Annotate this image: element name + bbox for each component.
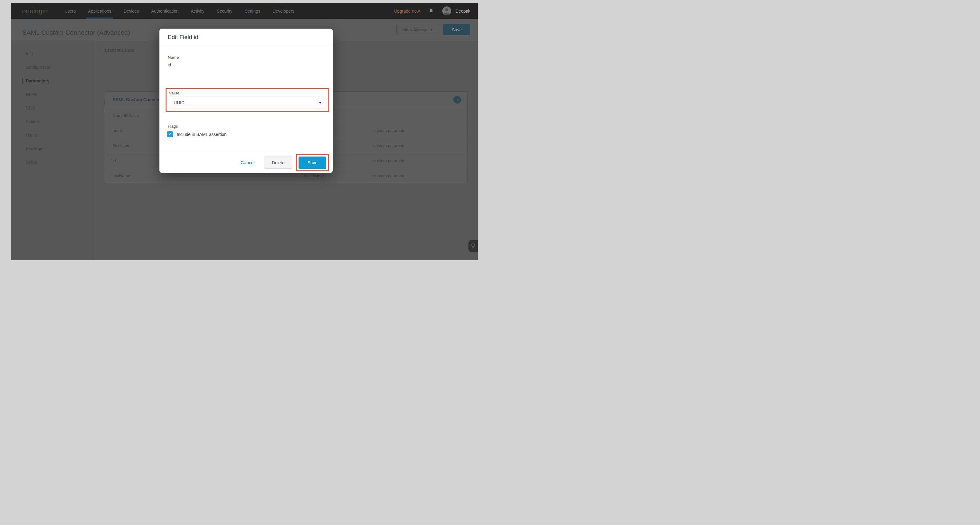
feedback-bulb-button[interactable] [468, 240, 478, 252]
sidebar-item-info[interactable]: Info [11, 47, 94, 60]
value-label: Value [169, 91, 180, 95]
sidebar-item-access[interactable]: Access [11, 115, 94, 128]
credentials-are-label: Credentials are [105, 48, 134, 52]
add-parameter-button[interactable]: + [453, 96, 461, 104]
select-caret-icon: ▼ [318, 101, 321, 105]
edit-field-modal: Edit Field id Name id Value UUID ▼ Flags… [159, 29, 333, 173]
chevron-down-icon: ▼ [430, 28, 433, 32]
sidebar-item-rules[interactable]: Rules [11, 88, 94, 101]
more-actions-button[interactable]: More Actions ▼ [396, 24, 439, 35]
sidebar-item-parameters[interactable]: Parameters [11, 74, 94, 88]
more-actions-label: More Actions [402, 27, 427, 32]
save-highlight-box: Save [296, 154, 329, 171]
lightbulb-icon [471, 243, 475, 249]
delete-button[interactable]: Delete [264, 157, 293, 168]
navbar-right: Upgrade now Deepak [394, 6, 470, 15]
checkbox-label: Include in SAML assertion [177, 132, 226, 137]
sidebar-item-users[interactable]: Users [11, 128, 94, 142]
cancel-button[interactable]: Cancel [241, 160, 255, 165]
upgrade-now-link[interactable]: Upgrade now [394, 9, 420, 14]
nav-item-activity[interactable]: Activity [191, 3, 204, 19]
nav-item-applications[interactable]: Applications [88, 3, 111, 19]
include-in-saml-assertion-option[interactable]: ✓ Include in SAML assertion [167, 131, 226, 137]
app-sidebar: Info Configuration Parameters Rules SSO … [11, 41, 94, 260]
modal-footer: Cancel Delete Save [159, 152, 333, 173]
value-selected-option: UUID [173, 100, 185, 105]
breadcrumb[interactable]: Applications / [22, 23, 130, 28]
user-menu[interactable]: Deepak [442, 6, 470, 15]
nav-item-devices[interactable]: Devices [123, 3, 139, 19]
sidebar-item-sso[interactable]: SSO [11, 101, 94, 115]
modal-save-button[interactable]: Save [299, 157, 326, 169]
avatar [442, 6, 451, 15]
value-select[interactable]: UUID ▼ [169, 97, 326, 109]
name-label: Name [168, 55, 179, 60]
sidebar-item-privileges[interactable]: Privileges [11, 142, 94, 155]
nav-item-settings[interactable]: Settings [245, 3, 260, 19]
modal-header: Edit Field id [159, 29, 333, 46]
onelogin-logo: onelogin [22, 7, 48, 15]
nav-item-security[interactable]: Security [217, 3, 232, 19]
nav-item-developers[interactable]: Developers [273, 3, 294, 19]
sidebar-item-configuration[interactable]: Configuration [11, 60, 94, 74]
username-label: Deepak [455, 9, 470, 14]
header-save-button[interactable]: Save [443, 24, 470, 35]
main-menu: Users Applications Devices Authenticatio… [64, 3, 294, 19]
name-value: id [168, 62, 171, 67]
modal-title: Edit Field id [168, 34, 198, 41]
value-highlight-box: Value UUID ▼ [165, 88, 329, 112]
checkbox-checked-icon[interactable]: ✓ [167, 131, 173, 137]
sidebar-item-setup[interactable]: Setup [11, 155, 94, 169]
notifications-bell-icon[interactable] [428, 8, 434, 14]
nav-item-authentication[interactable]: Authentication [151, 3, 178, 19]
nav-item-users[interactable]: Users [64, 3, 76, 19]
flags-label: Flags [168, 124, 178, 128]
table-title: SAML Custom Connecto [113, 97, 163, 102]
page-title: SAML Custom Connector (Advanced) [22, 29, 130, 36]
top-navbar: onelogin Users Applications Devices Auth… [11, 3, 478, 19]
